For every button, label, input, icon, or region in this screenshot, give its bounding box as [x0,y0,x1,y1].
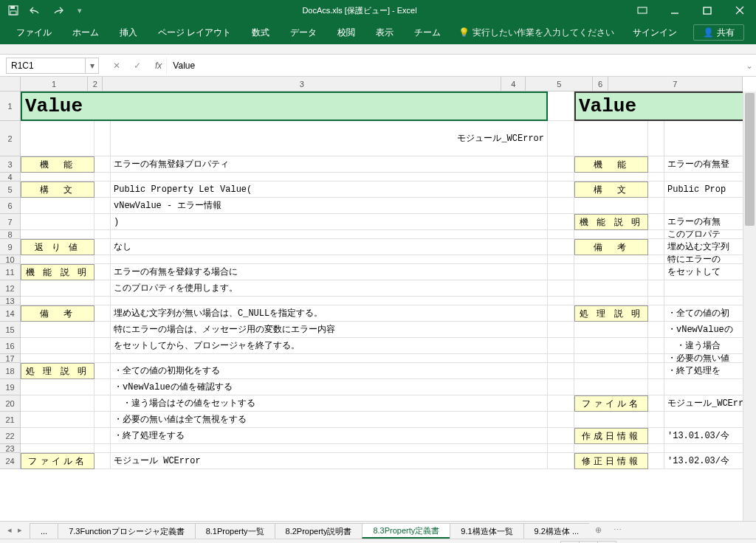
label-created-r[interactable]: 作成日情報 [574,428,648,444]
grid-cell[interactable] [648,428,664,444]
grid-cell[interactable] [648,412,664,428]
label-process[interactable]: 処 理 説 明 [21,363,94,379]
grid-cell[interactable] [648,363,664,379]
grid-cell[interactable] [574,354,648,363]
grid-cell[interactable] [21,121,94,156]
grid-cell[interactable] [648,239,664,255]
grid-cell[interactable] [21,428,94,444]
sheet-tab[interactable]: 8.3Property定義書 [362,523,450,539]
row-header[interactable]: 10 [0,255,21,264]
grid-cell[interactable] [21,255,94,264]
minimize-icon[interactable] [659,0,691,21]
row-header[interactable]: 16 [0,338,21,354]
grid-cell[interactable] [94,305,111,322]
grid-cell[interactable] [94,264,111,280]
grid-cell[interactable] [548,280,574,297]
tab-data[interactable]: データ [280,21,327,44]
grid-cell[interactable] [111,255,548,264]
row-header[interactable]: 23 [0,444,21,453]
grid-cell[interactable] [111,354,548,363]
label-function-r[interactable]: 機 能 [574,156,648,173]
tab-file[interactable]: ファイル [6,21,62,44]
tellme[interactable]: 💡 実行したい作業を入力してください [451,27,622,39]
grid-cell[interactable] [548,354,574,363]
module-name[interactable]: モジュール_WCError [111,121,548,156]
sheet-tab[interactable]: 9.2構造体 ... [523,523,590,539]
row-header[interactable]: 19 [0,379,21,395]
grid-cell[interactable] [94,214,111,230]
grid-cell[interactable] [648,338,664,354]
maximize-icon[interactable] [691,0,724,21]
sheet-tab[interactable]: ... [30,523,58,539]
column-header[interactable]: 5 [526,77,593,91]
name-box[interactable]: R1C1 [6,58,86,74]
grid-cell[interactable] [574,379,648,395]
grid-cell[interactable] [21,395,94,412]
tab-team[interactable]: チーム [404,21,451,44]
label-desc-r[interactable]: 機 能 説 明 [574,214,648,230]
text[interactable]: 埋め込む文字列が無い場合は、C_NULLを指定する。 [111,305,548,322]
row-header[interactable]: 1 [0,91,21,121]
text[interactable]: ・全ての値の初期化をする [111,363,548,379]
grid-cell[interactable] [548,363,574,379]
grid-cell[interactable] [21,173,94,181]
grid-cell[interactable] [21,280,94,297]
qat-customize-icon[interactable]: ▾ [74,4,86,16]
grid-cell[interactable] [548,322,574,338]
grid-cell[interactable] [111,230,548,239]
header-value-right[interactable]: Value [574,91,756,121]
signin-button[interactable]: サインイン [622,27,687,39]
grid-cell[interactable] [574,173,648,181]
tab-more-icon[interactable]: ⋯ [608,525,628,535]
tab-view[interactable]: 表示 [365,21,404,44]
grid-cell[interactable] [648,198,664,214]
grid-cell[interactable] [94,181,111,198]
close-icon[interactable] [724,0,756,21]
tab-review[interactable]: 校閲 [327,21,365,44]
grid-cell[interactable] [21,198,94,214]
grid-cell[interactable] [21,338,94,354]
grid-cell[interactable] [548,214,574,230]
grid-cell[interactable] [648,280,664,297]
label-syntax[interactable]: 構 文 [21,181,94,198]
text[interactable]: エラーの有無登録プロパティ [111,156,548,173]
grid-cell[interactable] [94,412,111,428]
grid-cell[interactable] [21,354,94,363]
text[interactable]: ・vNewValueの値を確認する [111,379,548,395]
grid-cell[interactable] [648,395,664,412]
grid-cell[interactable] [548,181,574,198]
column-header[interactable]: 3 [103,77,501,91]
grid-cell[interactable] [648,264,664,280]
grid-cell[interactable] [94,156,111,173]
grid-cell[interactable] [548,453,574,469]
save-icon[interactable] [7,4,19,16]
text[interactable]: なし [111,239,548,255]
row-header[interactable]: 14 [0,305,21,322]
label-syntax-r[interactable]: 構 文 [574,181,648,198]
label-return[interactable]: 返 り 値 [21,239,94,255]
expand-formula-icon[interactable]: ⌄ [743,60,756,71]
row-header[interactable]: 11 [0,264,21,280]
grid[interactable]: Valueモジュール_WCError機 能エラーの有無登録プロパティ構 文Pub… [21,91,743,521]
grid-cell[interactable] [574,322,648,338]
grid-cell[interactable] [648,181,664,198]
grid-cell[interactable] [94,322,111,338]
grid-cell[interactable] [548,264,574,280]
grid-cell[interactable] [548,412,574,428]
grid-cell[interactable] [94,280,111,297]
cancel-formula-icon[interactable]: ✕ [109,60,124,71]
row-header[interactable]: 8 [0,230,21,239]
header-value-left[interactable]: Value [21,91,548,121]
row-header[interactable]: 20 [0,395,21,412]
label-modified-r[interactable]: 修正日情報 [574,453,648,469]
view-pagelayout-icon[interactable]: ▢ [579,541,598,544]
grid-cell[interactable] [574,198,648,214]
label-note-r[interactable]: 備 考 [574,239,648,255]
tab-insert[interactable]: 挿入 [109,21,148,44]
grid-cell[interactable] [574,444,648,453]
vertical-scrollbar[interactable] [743,91,756,521]
grid-cell[interactable] [548,198,574,214]
text[interactable]: 特にエラーの場合は、メッセージ用の変数にエラー内容 [111,322,548,338]
grid-cell[interactable] [111,444,548,453]
grid-cell[interactable] [574,230,648,239]
